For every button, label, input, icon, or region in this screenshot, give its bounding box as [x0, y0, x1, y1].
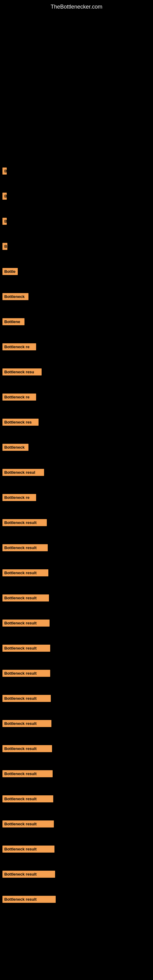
bar-row: Bottlene: [0, 317, 153, 327]
bar-row: Bottle: [0, 266, 153, 277]
bars-container: Bottleneck resultBBBBottleBottleneckBott…: [0, 13, 153, 905]
bar-label: Bottle: [2, 268, 18, 275]
bar-label: Bottleneck result: [2, 821, 54, 827]
bar-label: Bottleneck result: [2, 595, 49, 601]
bar-row: Bottleneck result: [0, 643, 153, 654]
bar-row: Bottleneck result: [0, 568, 153, 578]
bar-label: Bottleneck result: [2, 770, 53, 777]
bar-row: B: [0, 241, 153, 252]
bar-label: B: [2, 243, 7, 250]
bar-label: B: [2, 218, 7, 225]
bar-row: Bottleneck result: [0, 844, 153, 854]
bar-row: Bottleneck result: [0, 869, 153, 880]
bar-label: Bottleneck result: [2, 167, 7, 175]
bar-row: Bottleneck: [0, 291, 153, 302]
bar-label: Bottlene: [2, 318, 24, 325]
bar-label: Bottleneck result: [2, 569, 48, 576]
bar-label: Bottleneck result: [2, 745, 52, 752]
bar-row: Bottleneck result: [0, 794, 153, 804]
site-title: TheBottlenecker.com: [0, 0, 153, 13]
bar-row: Bottleneck: [0, 442, 153, 453]
bar-row: Bottleneck result: [0, 693, 153, 704]
bar-row: Bottleneck result: [0, 668, 153, 679]
bar-label: Bottleneck re: [2, 343, 36, 350]
bar-row: Bottleneck re: [0, 342, 153, 352]
bar-label: Bottleneck: [2, 444, 29, 451]
bar-row: Bottleneck result: [0, 542, 153, 553]
bar-label: Bottleneck res: [2, 418, 38, 426]
bar-label: Bottleneck result: [2, 695, 51, 702]
bar-label: Bottleneck result: [2, 670, 50, 677]
bar-row: Bottleneck re: [0, 492, 153, 503]
bar-label: Bottleneck result: [2, 896, 56, 903]
bar-label: Bottleneck result: [2, 795, 53, 802]
bar-row: B: [0, 216, 153, 227]
bar-label: Bottleneck result: [2, 645, 50, 652]
bar-label: B: [2, 192, 7, 200]
bar-label: Bottleneck re: [2, 393, 36, 401]
bar-label: Bottleneck resul: [2, 469, 44, 476]
bar-row: Bottleneck resul: [0, 467, 153, 478]
bar-row: Bottleneck result: [0, 593, 153, 603]
bar-label: Bottleneck result: [2, 846, 54, 853]
bar-row: Bottleneck resu: [0, 367, 153, 377]
bar-label: Bottleneck result: [2, 620, 49, 627]
bar-label: Bottleneck result: [2, 544, 48, 551]
bar-label: Bottleneck result: [2, 720, 51, 727]
bar-row: Bottleneck result: [0, 894, 153, 905]
bar-row: Bottleneck result: [0, 819, 153, 829]
bar-row: Bottleneck res: [0, 417, 153, 428]
bar-label: Bottleneck re: [2, 494, 36, 501]
bar-label: Bottleneck result: [2, 871, 55, 878]
bar-row: B: [0, 191, 153, 202]
bar-row: Bottleneck re: [0, 392, 153, 402]
bar-row: Bottleneck result: [0, 166, 153, 177]
bar-label: Bottleneck resu: [2, 368, 41, 375]
bar-label: Bottleneck result: [2, 519, 47, 526]
bar-row: Bottleneck result: [0, 517, 153, 528]
bar-row: Bottleneck result: [0, 768, 153, 779]
bar-label: Bottleneck: [2, 293, 29, 300]
bar-row: Bottleneck result: [0, 718, 153, 729]
bar-row: Bottleneck result: [0, 618, 153, 628]
bar-row: Bottleneck result: [0, 743, 153, 754]
